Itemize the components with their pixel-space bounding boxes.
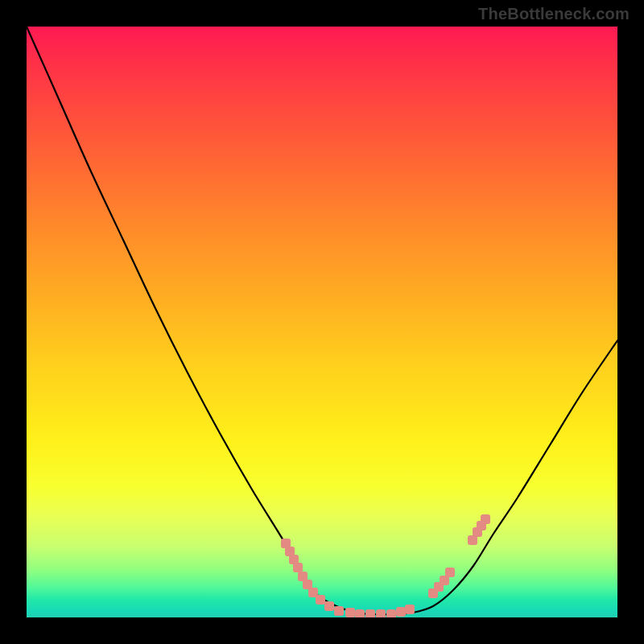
plot-area — [27, 27, 617, 617]
bottleneck-curve — [27, 27, 617, 614]
watermark-text: TheBottleneck.com — [478, 5, 630, 23]
curve-layer — [27, 27, 617, 617]
outer-frame: TheBottleneck.com — [0, 0, 644, 644]
